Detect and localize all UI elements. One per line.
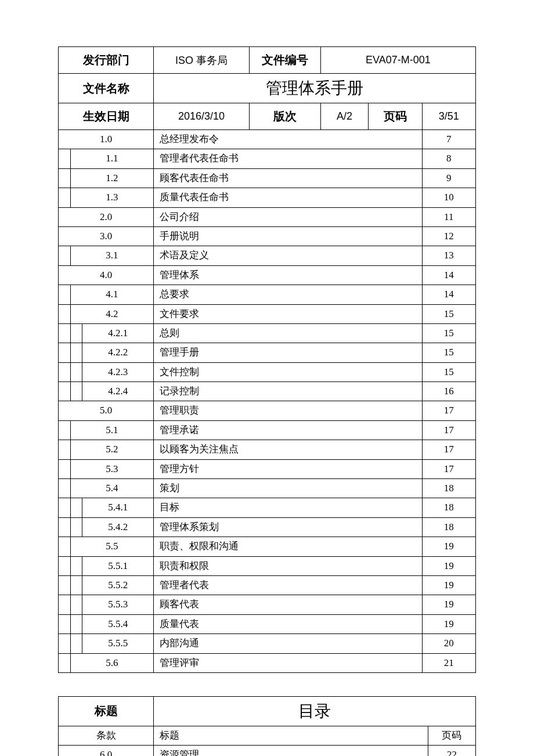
indent-cell <box>59 556 71 575</box>
toc-title: 资源管理 <box>154 746 428 756</box>
indent-cell <box>70 343 82 362</box>
toc-row: 5.0管理职责17 <box>59 401 476 420</box>
date-label: 生效日期 <box>59 103 154 130</box>
toc-row: 6.0资源管理22 <box>59 746 476 756</box>
page-label: 页码 <box>369 103 422 130</box>
toc-page: 14 <box>422 285 476 304</box>
toc-row: 4.2.2管理手册15 <box>59 343 476 362</box>
toc-number: 5.5 <box>70 537 154 556</box>
section2-header-label: 标题 <box>59 696 154 726</box>
name-label: 文件名称 <box>59 74 154 103</box>
toc-number: 5.3 <box>70 459 154 478</box>
toc-row: 5.5.2管理者代表19 <box>59 575 476 595</box>
toc-title: 目标 <box>154 498 422 517</box>
indent-cell <box>59 595 71 614</box>
toc-title: 职责和权限 <box>154 556 422 575</box>
toc-page: 18 <box>422 479 476 498</box>
toc-number: 5.5.2 <box>82 575 154 595</box>
toc-title: 以顾客为关注焦点 <box>154 440 422 459</box>
toc-row: 4.1总要求14 <box>59 285 476 304</box>
indent-cell <box>59 323 71 343</box>
toc-page: 19 <box>422 556 476 575</box>
toc-title: 文件要求 <box>154 304 422 323</box>
doc-title: 管理体系手册 <box>154 74 476 103</box>
toc-number: 5.0 <box>59 401 154 420</box>
toc-title: 管理评审 <box>154 653 422 672</box>
indent-cell <box>70 575 82 595</box>
toc-number: 4.1 <box>70 285 154 304</box>
toc-number: 5.6 <box>70 653 154 672</box>
toc-page: 17 <box>422 420 476 440</box>
toc-page: 12 <box>422 226 476 246</box>
indent-cell <box>70 556 82 575</box>
toc-title: 术语及定义 <box>154 246 422 265</box>
indent-cell <box>59 517 71 537</box>
toc-title: 管理职责 <box>154 401 422 420</box>
toc-title: 顾客代表 <box>154 595 422 614</box>
indent-cell <box>70 498 82 517</box>
date-value: 2016/3/10 <box>154 103 249 130</box>
toc-page: 8 <box>422 149 476 168</box>
document-header-table: 发行部门 ISO 事务局 文件编号 EVA07-M-001 文件名称 管理体系手… <box>58 46 476 673</box>
toc-number: 4.2.1 <box>82 323 154 343</box>
indent-cell <box>70 323 82 343</box>
indent-cell <box>59 149 71 168</box>
toc-row: 5.5职责、权限和沟通19 <box>59 537 476 556</box>
toc-row: 5.3管理方针17 <box>59 459 476 478</box>
toc-page: 16 <box>422 382 476 401</box>
dept-value: ISO 事务局 <box>154 47 249 74</box>
toc-number: 6.0 <box>59 746 154 756</box>
toc-row: 5.2以顾客为关注焦点17 <box>59 440 476 459</box>
toc-page: 11 <box>422 207 476 226</box>
docno-label: 文件编号 <box>249 47 320 74</box>
indent-cell <box>59 304 71 323</box>
toc-number: 3.0 <box>59 226 154 246</box>
toc-page: 17 <box>422 401 476 420</box>
toc-row: 5.5.1职责和权限19 <box>59 556 476 575</box>
toc-row: 5.4策划18 <box>59 479 476 498</box>
toc-number: 5.2 <box>70 440 154 459</box>
toc-page: 15 <box>422 304 476 323</box>
indent-cell <box>70 634 82 653</box>
toc-number: 5.5.4 <box>82 614 154 633</box>
toc-number: 1.2 <box>70 168 154 188</box>
toc-row: 5.4.1目标18 <box>59 498 476 517</box>
col-header-page: 页码 <box>428 726 475 745</box>
toc-row: 1.3质量代表任命书10 <box>59 188 476 207</box>
toc-title: 文件控制 <box>154 362 422 381</box>
toc-row: 4.2.1总则15 <box>59 323 476 343</box>
toc-page: 15 <box>422 362 476 381</box>
rev-value: A/2 <box>320 103 368 130</box>
toc-row: 5.4.2管理体系策划18 <box>59 517 476 537</box>
toc-row: 4.0管理体系14 <box>59 265 476 285</box>
toc-number: 3.1 <box>70 246 154 265</box>
toc-page: 19 <box>422 614 476 633</box>
toc-page: 15 <box>422 343 476 362</box>
toc-title: 总经理发布令 <box>154 130 422 149</box>
col-header-title: 标题 <box>154 726 428 745</box>
toc-row: 5.5.4质量代表19 <box>59 614 476 633</box>
rev-label: 版次 <box>249 103 320 130</box>
toc-page: 22 <box>428 746 475 756</box>
toc-row: 5.5.3顾客代表19 <box>59 595 476 614</box>
indent-cell <box>59 285 71 304</box>
toc-title: 总则 <box>154 323 422 343</box>
toc-number: 5.5.3 <box>82 595 154 614</box>
indent-cell <box>70 595 82 614</box>
toc-title: 管理手册 <box>154 343 422 362</box>
indent-cell <box>59 575 71 595</box>
toc-row: 5.1管理承诺17 <box>59 420 476 440</box>
toc-row: 4.2.4记录控制16 <box>59 382 476 401</box>
indent-cell <box>59 188 71 207</box>
indent-cell <box>59 498 71 517</box>
indent-cell <box>59 440 71 459</box>
toc-row: 1.2顾客代表任命书9 <box>59 168 476 188</box>
indent-cell <box>59 537 71 556</box>
toc-page: 13 <box>422 246 476 265</box>
docno-value: EVA07-M-001 <box>320 47 475 74</box>
section2-header-value: 目录 <box>154 696 476 726</box>
indent-cell <box>59 420 71 440</box>
dept-label: 发行部门 <box>59 47 154 74</box>
toc-page: 20 <box>422 634 476 653</box>
indent-cell <box>59 382 71 401</box>
